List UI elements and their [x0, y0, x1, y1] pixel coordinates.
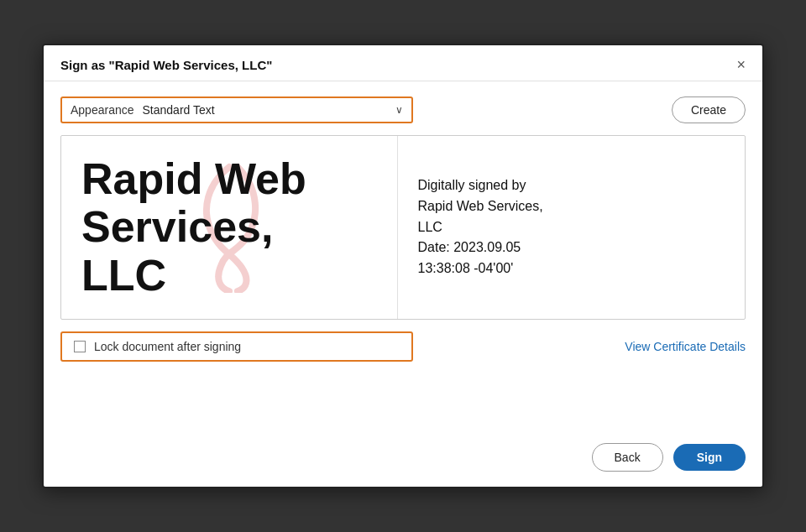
- chevron-down-icon: ∨: [395, 104, 403, 116]
- lock-label: Lock document after signing: [94, 340, 241, 353]
- lock-row: Lock document after signing View Certifi…: [60, 331, 746, 362]
- appearance-row: Appearance Standard Text ∨ Create: [60, 96, 746, 123]
- lock-checkbox[interactable]: [74, 341, 86, 352]
- appearance-label: Appearance: [71, 103, 134, 117]
- create-button[interactable]: Create: [672, 96, 746, 123]
- sign-dialog: Sign as "Rapid Web Services, LLC" × Appe…: [42, 44, 764, 488]
- back-button[interactable]: Back: [592, 443, 663, 472]
- signature-details-area: Digitally signed by Rapid Web Services, …: [397, 136, 746, 319]
- signature-name-text: Rapid Web Services, LLC: [81, 155, 306, 300]
- appearance-select-wrapper: Appearance Standard Text ∨: [60, 96, 413, 123]
- appearance-select[interactable]: Standard Text: [143, 103, 387, 117]
- lock-checkbox-wrapper[interactable]: Lock document after signing: [60, 331, 413, 362]
- close-button[interactable]: ×: [736, 57, 746, 72]
- sig-line1: Rapid Web: [81, 154, 306, 203]
- dialog-title: Sign as "Rapid Web Services, LLC": [60, 58, 272, 72]
- sig-line2: Services,: [81, 202, 273, 251]
- dialog-body: Appearance Standard Text ∨ Create Rapid …: [44, 81, 762, 435]
- sig-line3: LLC: [81, 251, 166, 300]
- signature-preview: Rapid Web Services, LLC Digitally signed…: [60, 135, 746, 320]
- title-bar: Sign as "Rapid Web Services, LLC" ×: [44, 45, 762, 81]
- signature-details-text: Digitally signed by Rapid Web Services, …: [418, 175, 543, 279]
- sign-button[interactable]: Sign: [673, 444, 746, 471]
- view-certificate-link[interactable]: View Certificate Details: [625, 340, 746, 353]
- footer-row: Back Sign: [44, 435, 762, 487]
- signature-name-area: Rapid Web Services, LLC: [61, 136, 397, 319]
